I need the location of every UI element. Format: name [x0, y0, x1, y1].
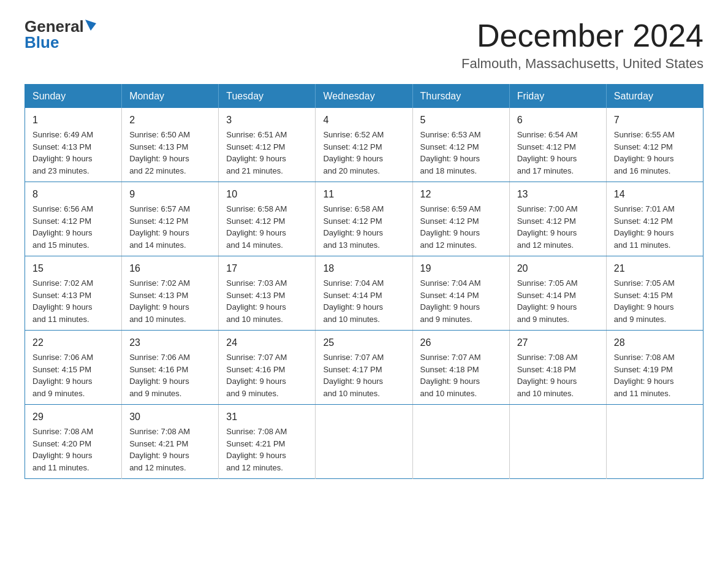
- calendar-cell: 24Sunrise: 7:07 AMSunset: 4:16 PMDayligh…: [219, 331, 316, 405]
- calendar-cell: 30Sunrise: 7:08 AMSunset: 4:21 PMDayligh…: [122, 405, 219, 479]
- day-number: 12: [420, 187, 502, 202]
- day-number: 23: [129, 335, 211, 350]
- day-info: Sunrise: 6:50 AMSunset: 4:13 PMDaylight:…: [129, 129, 211, 177]
- header-tuesday: Tuesday: [219, 85, 316, 109]
- calendar-cell: 10Sunrise: 6:58 AMSunset: 4:12 PMDayligh…: [219, 182, 316, 256]
- day-info: Sunrise: 7:01 AMSunset: 4:12 PMDaylight:…: [614, 203, 696, 251]
- day-info: Sunrise: 7:06 AMSunset: 4:15 PMDaylight:…: [32, 351, 114, 399]
- day-number: 13: [517, 187, 599, 202]
- day-number: 16: [129, 261, 211, 276]
- calendar-cell: 6Sunrise: 6:54 AMSunset: 4:12 PMDaylight…: [509, 108, 606, 182]
- day-info: Sunrise: 7:03 AMSunset: 4:13 PMDaylight:…: [226, 277, 308, 325]
- day-info: Sunrise: 7:08 AMSunset: 4:20 PMDaylight:…: [32, 426, 114, 473]
- day-number: 8: [32, 187, 114, 202]
- header-monday: Monday: [122, 85, 219, 109]
- calendar-cell: [316, 405, 412, 479]
- calendar-cell: 18Sunrise: 7:04 AMSunset: 4:14 PMDayligh…: [316, 256, 412, 331]
- day-info: Sunrise: 6:52 AMSunset: 4:12 PMDaylight:…: [323, 129, 404, 177]
- day-number: 25: [323, 335, 404, 350]
- calendar-cell: 2Sunrise: 6:50 AMSunset: 4:13 PMDaylight…: [122, 108, 219, 182]
- header-saturday: Saturday: [606, 85, 703, 109]
- calendar-cell: 4Sunrise: 6:52 AMSunset: 4:12 PMDaylight…: [316, 108, 412, 182]
- calendar-cell: 9Sunrise: 6:57 AMSunset: 4:12 PMDaylight…: [122, 182, 219, 256]
- logo: General Blue: [25, 18, 96, 50]
- day-info: Sunrise: 6:59 AMSunset: 4:12 PMDaylight:…: [420, 203, 502, 251]
- day-info: Sunrise: 7:08 AMSunset: 4:18 PMDaylight:…: [517, 351, 599, 399]
- day-info: Sunrise: 6:54 AMSunset: 4:12 PMDaylight:…: [517, 129, 599, 177]
- day-number: 21: [614, 261, 696, 276]
- calendar-table: SundayMondayTuesdayWednesdayThursdayFrid…: [25, 84, 703, 479]
- title-section: December 2024 Falmouth, Massachusetts, U…: [461, 18, 703, 72]
- week-row-1: 1Sunrise: 6:49 AMSunset: 4:13 PMDaylight…: [25, 108, 703, 182]
- day-number: 18: [323, 261, 404, 276]
- calendar-cell: 17Sunrise: 7:03 AMSunset: 4:13 PMDayligh…: [219, 256, 316, 331]
- calendar-cell: 12Sunrise: 6:59 AMSunset: 4:12 PMDayligh…: [412, 182, 509, 256]
- day-info: Sunrise: 6:51 AMSunset: 4:12 PMDaylight:…: [226, 129, 308, 177]
- day-info: Sunrise: 7:07 AMSunset: 4:16 PMDaylight:…: [226, 351, 308, 399]
- day-number: 19: [420, 261, 502, 276]
- day-info: Sunrise: 7:08 AMSunset: 4:21 PMDaylight:…: [226, 426, 308, 473]
- logo-blue: Blue: [25, 34, 59, 50]
- calendar-cell: [606, 405, 703, 479]
- header-wednesday: Wednesday: [316, 85, 412, 109]
- calendar-cell: [509, 405, 606, 479]
- day-number: 31: [226, 410, 308, 424]
- location-title: Falmouth, Massachusetts, United States: [461, 56, 703, 72]
- day-info: Sunrise: 7:08 AMSunset: 4:21 PMDaylight:…: [129, 426, 211, 473]
- day-info: Sunrise: 7:00 AMSunset: 4:12 PMDaylight:…: [517, 203, 599, 251]
- day-info: Sunrise: 7:07 AMSunset: 4:18 PMDaylight:…: [420, 351, 502, 399]
- calendar-cell: 28Sunrise: 7:08 AMSunset: 4:19 PMDayligh…: [606, 331, 703, 405]
- day-info: Sunrise: 6:58 AMSunset: 4:12 PMDaylight:…: [226, 203, 308, 251]
- calendar-cell: 15Sunrise: 7:02 AMSunset: 4:13 PMDayligh…: [25, 256, 122, 331]
- day-number: 11: [323, 187, 404, 202]
- day-number: 3: [226, 113, 308, 128]
- day-number: 2: [129, 113, 211, 128]
- day-info: Sunrise: 6:49 AMSunset: 4:13 PMDaylight:…: [32, 129, 114, 177]
- day-number: 28: [614, 335, 696, 350]
- page-header: General Blue December 2024 Falmouth, Mas…: [25, 18, 703, 72]
- calendar-cell: 20Sunrise: 7:05 AMSunset: 4:14 PMDayligh…: [509, 256, 606, 331]
- calendar-header-row: SundayMondayTuesdayWednesdayThursdayFrid…: [25, 85, 703, 109]
- calendar-cell: 14Sunrise: 7:01 AMSunset: 4:12 PMDayligh…: [606, 182, 703, 256]
- day-info: Sunrise: 7:02 AMSunset: 4:13 PMDaylight:…: [32, 277, 114, 325]
- calendar-cell: [412, 405, 509, 479]
- day-info: Sunrise: 7:08 AMSunset: 4:19 PMDaylight:…: [614, 351, 696, 399]
- day-number: 4: [323, 113, 404, 128]
- day-info: Sunrise: 6:58 AMSunset: 4:12 PMDaylight:…: [323, 203, 404, 251]
- day-number: 10: [226, 187, 308, 202]
- day-number: 29: [32, 410, 114, 424]
- calendar-cell: 29Sunrise: 7:08 AMSunset: 4:20 PMDayligh…: [25, 405, 122, 479]
- day-number: 27: [517, 335, 599, 350]
- calendar-cell: 31Sunrise: 7:08 AMSunset: 4:21 PMDayligh…: [219, 405, 316, 479]
- week-row-2: 8Sunrise: 6:56 AMSunset: 4:12 PMDaylight…: [25, 182, 703, 256]
- day-info: Sunrise: 7:04 AMSunset: 4:14 PMDaylight:…: [420, 277, 502, 325]
- calendar-cell: 3Sunrise: 6:51 AMSunset: 4:12 PMDaylight…: [219, 108, 316, 182]
- day-number: 14: [614, 187, 696, 202]
- day-number: 5: [420, 113, 502, 128]
- day-info: Sunrise: 7:05 AMSunset: 4:14 PMDaylight:…: [517, 277, 599, 325]
- day-info: Sunrise: 6:53 AMSunset: 4:12 PMDaylight:…: [420, 129, 502, 177]
- day-number: 17: [226, 261, 308, 276]
- calendar-cell: 7Sunrise: 6:55 AMSunset: 4:12 PMDaylight…: [606, 108, 703, 182]
- day-info: Sunrise: 6:56 AMSunset: 4:12 PMDaylight:…: [32, 203, 114, 251]
- day-number: 22: [32, 335, 114, 350]
- calendar-cell: 11Sunrise: 6:58 AMSunset: 4:12 PMDayligh…: [316, 182, 412, 256]
- day-info: Sunrise: 7:02 AMSunset: 4:13 PMDaylight:…: [129, 277, 211, 325]
- week-row-4: 22Sunrise: 7:06 AMSunset: 4:15 PMDayligh…: [25, 331, 703, 405]
- day-info: Sunrise: 7:05 AMSunset: 4:15 PMDaylight:…: [614, 277, 696, 325]
- calendar-cell: 13Sunrise: 7:00 AMSunset: 4:12 PMDayligh…: [509, 182, 606, 256]
- day-number: 20: [517, 261, 599, 276]
- calendar-cell: 1Sunrise: 6:49 AMSunset: 4:13 PMDaylight…: [25, 108, 122, 182]
- calendar-cell: 16Sunrise: 7:02 AMSunset: 4:13 PMDayligh…: [122, 256, 219, 331]
- day-number: 9: [129, 187, 211, 202]
- day-number: 7: [614, 113, 696, 128]
- calendar-cell: 27Sunrise: 7:08 AMSunset: 4:18 PMDayligh…: [509, 331, 606, 405]
- header-thursday: Thursday: [412, 85, 509, 109]
- day-number: 30: [129, 410, 211, 424]
- day-number: 6: [517, 113, 599, 128]
- day-info: Sunrise: 6:55 AMSunset: 4:12 PMDaylight:…: [614, 129, 696, 177]
- calendar-cell: 8Sunrise: 6:56 AMSunset: 4:12 PMDaylight…: [25, 182, 122, 256]
- day-info: Sunrise: 7:04 AMSunset: 4:14 PMDaylight:…: [323, 277, 404, 325]
- day-info: Sunrise: 7:07 AMSunset: 4:17 PMDaylight:…: [323, 351, 404, 399]
- calendar-cell: 5Sunrise: 6:53 AMSunset: 4:12 PMDaylight…: [412, 108, 509, 182]
